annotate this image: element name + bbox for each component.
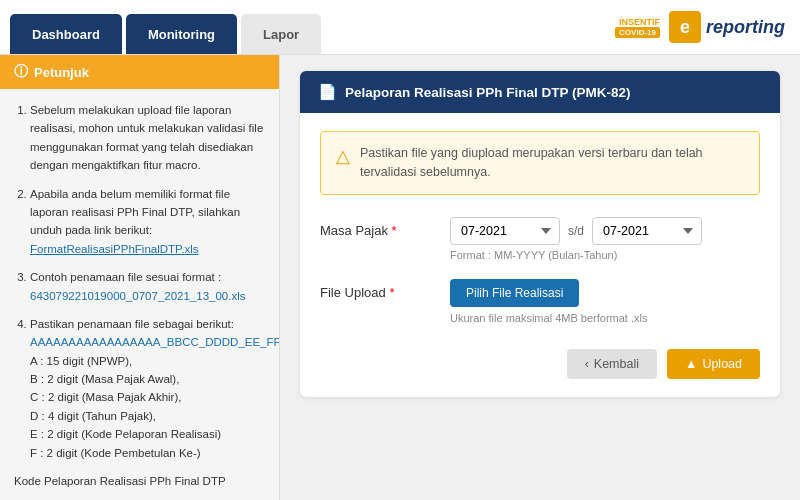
sd-text: s/d — [568, 224, 584, 238]
logo-covid-badge: COVID-19 — [615, 27, 660, 38]
main-content: ⓘ Petunjuk Sebelum melakukan upload file… — [0, 55, 800, 500]
logo-icon-wrapper: e — [669, 11, 701, 43]
upload-label: Upload — [702, 357, 742, 371]
kembali-button[interactable]: ‹ Kembali — [567, 349, 657, 379]
petunjuk-item-2: Apabila anda belum memiliki format file … — [30, 185, 265, 259]
masa-pajak-hint: Format : MM-YYYY (Bulan-Tahun) — [450, 249, 760, 261]
logo-letter: e — [680, 17, 690, 38]
file-upload-row: File Upload * Pilih File Realisasi Ukura… — [320, 279, 760, 324]
tab-monitoring-label: Monitoring — [148, 27, 215, 42]
form-buttons: ‹ Kembali ▲ Upload — [320, 349, 760, 379]
file-upload-controls: Pilih File Realisasi Ukuran file maksima… — [450, 279, 760, 324]
petunjuk-subtext-4: A : 15 digit (NPWP), B : 2 digit (Masa P… — [30, 355, 221, 459]
form-title: Pelaporan Realisasi PPh Final DTP (PMK-8… — [345, 85, 631, 100]
tab-monitoring[interactable]: Monitoring — [126, 14, 237, 54]
form-header-icon: 📄 — [318, 83, 337, 101]
masa-pajak-required: * — [392, 223, 397, 238]
tab-lapor[interactable]: Lapor — [241, 14, 321, 54]
nav-tabs: Dashboard Monitoring Lapor — [10, 0, 325, 54]
masa-pajak-label-text: Masa Pajak — [320, 223, 388, 238]
file-upload-required: * — [389, 285, 394, 300]
masa-pajak-from-select[interactable]: 07-2021 — [450, 217, 560, 245]
petunjuk-text-1: Sebelum melakukan upload file laporan re… — [30, 104, 263, 171]
masa-pajak-label: Masa Pajak * — [320, 217, 450, 238]
masa-pajak-to-select[interactable]: 07-2021 — [592, 217, 702, 245]
tab-dashboard[interactable]: Dashboard — [10, 14, 122, 54]
tab-dashboard-label: Dashboard — [32, 27, 100, 42]
petunjuk-body: Sebelum melakukan upload file laporan re… — [0, 89, 279, 500]
petunjuk-item-1: Sebelum melakukan upload file laporan re… — [30, 101, 265, 175]
petunjuk-text-3: Contoh penamaan file sesuai format : — [30, 271, 221, 283]
format-link[interactable]: FormatRealisasiPPhFinalDTP.xls — [30, 243, 199, 255]
warning-icon: △ — [336, 145, 350, 167]
logo: INSENTIF COVID-19 e reporting — [615, 11, 785, 43]
pilih-file-button[interactable]: Pilih File Realisasi — [450, 279, 579, 307]
warning-text: Pastikan file yang diupload merupakan ve… — [360, 144, 744, 182]
petunjuk-footer-text: Kode Pelaporan Realisasi PPh Final DTP — [14, 472, 265, 490]
pilih-file-label: Pilih File Realisasi — [466, 286, 563, 300]
left-panel: ⓘ Petunjuk Sebelum melakukan upload file… — [0, 55, 280, 500]
form-card-body: △ Pastikan file yang diupload merupakan … — [300, 113, 780, 397]
tab-lapor-label: Lapor — [263, 27, 299, 42]
form-card-header: 📄 Pelaporan Realisasi PPh Final DTP (PMK… — [300, 71, 780, 113]
petunjuk-text-2: Apabila anda belum memiliki format file … — [30, 188, 240, 237]
info-icon: ⓘ — [14, 63, 28, 81]
warning-box: △ Pastikan file yang diupload merupakan … — [320, 131, 760, 195]
petunjuk-highlight-3: 643079221019000_0707_2021_13_00.xls — [30, 290, 246, 302]
file-upload-label: File Upload * — [320, 279, 450, 300]
masa-pajak-inputs: 07-2021 s/d 07-2021 — [450, 217, 760, 245]
petunjuk-item-3: Contoh penamaan file sesuai format : 643… — [30, 268, 265, 305]
petunjuk-header: ⓘ Petunjuk — [0, 55, 279, 89]
upload-button[interactable]: ▲ Upload — [667, 349, 760, 379]
masa-pajak-controls: 07-2021 s/d 07-2021 Format : MM-YYYY (Bu… — [450, 217, 760, 261]
petunjuk-title: Petunjuk — [34, 65, 89, 80]
logo-icon: e — [669, 11, 701, 43]
file-upload-hint: Ukuran file maksimal 4MB berformat .xls — [450, 312, 760, 324]
logo-text: reporting — [706, 17, 785, 38]
masa-pajak-row: Masa Pajak * 07-2021 s/d 07-2021 — [320, 217, 760, 261]
right-panel: 📄 Pelaporan Realisasi PPh Final DTP (PMK… — [280, 55, 800, 500]
petunjuk-text-5: Kode Pelaporan Realisasi PPh Final DTP — [14, 475, 226, 487]
form-card: 📄 Pelaporan Realisasi PPh Final DTP (PMK… — [300, 71, 780, 397]
logo-badge-text: INSENTIF — [619, 17, 660, 27]
petunjuk-item-4: Pastikan penamaan file sebagai berikut: … — [30, 315, 265, 462]
petunjuk-highlight-4: AAAAAAAAAAAAAAAAA_BBCC_DDDD_EE_FF.xls — [30, 336, 280, 348]
kembali-label: Kembali — [594, 357, 639, 371]
file-upload-label-text: File Upload — [320, 285, 386, 300]
petunjuk-text-4: Pastikan penamaan file sebagai berikut: — [30, 318, 234, 330]
header: Dashboard Monitoring Lapor INSENTIF COVI… — [0, 0, 800, 55]
upload-cloud-icon: ▲ — [685, 357, 697, 371]
kembali-arrow-icon: ‹ — [585, 357, 589, 371]
